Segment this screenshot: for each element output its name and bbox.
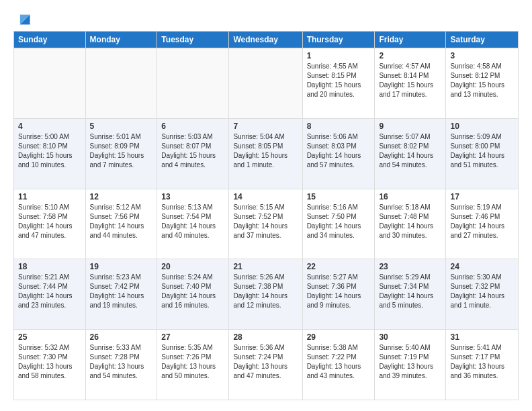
day-number: 4 <box>18 122 81 131</box>
day-cell <box>14 48 86 119</box>
day-cell: 29Sunrise: 5:38 AM Sunset: 7:22 PM Dayli… <box>302 330 375 400</box>
day-number: 8 <box>307 122 371 131</box>
day-info: Sunrise: 5:01 AM Sunset: 8:09 PM Dayligh… <box>90 132 153 170</box>
day-cell: 8Sunrise: 5:06 AM Sunset: 8:03 PM Daylig… <box>302 118 375 189</box>
day-number: 21 <box>233 262 298 271</box>
day-number: 22 <box>307 262 371 271</box>
day-info: Sunrise: 5:15 AM Sunset: 7:52 PM Dayligh… <box>233 203 298 240</box>
day-info: Sunrise: 5:32 AM Sunset: 7:30 PM Dayligh… <box>18 343 81 381</box>
day-header-saturday: Saturday <box>446 32 519 48</box>
day-header-monday: Monday <box>85 32 157 48</box>
day-cell: 12Sunrise: 5:12 AM Sunset: 7:56 PM Dayli… <box>85 189 157 259</box>
day-number: 19 <box>90 262 153 271</box>
day-info: Sunrise: 5:21 AM Sunset: 7:44 PM Dayligh… <box>18 273 81 310</box>
day-info: Sunrise: 4:55 AM Sunset: 8:15 PM Dayligh… <box>307 62 371 99</box>
day-number: 24 <box>450 262 514 271</box>
day-number: 17 <box>450 192 514 201</box>
day-number: 10 <box>450 122 514 131</box>
week-row-2: 4Sunrise: 5:00 AM Sunset: 8:10 PM Daylig… <box>14 118 519 189</box>
day-cell: 24Sunrise: 5:30 AM Sunset: 7:32 PM Dayli… <box>446 259 519 330</box>
day-number: 2 <box>379 51 441 60</box>
day-cell <box>157 48 229 119</box>
day-number: 25 <box>18 332 81 342</box>
logo-icon <box>16 11 31 26</box>
day-number: 23 <box>379 262 441 271</box>
day-cell: 1Sunrise: 4:55 AM Sunset: 8:15 PM Daylig… <box>302 48 375 119</box>
day-cell: 3Sunrise: 4:58 AM Sunset: 8:12 PM Daylig… <box>446 48 519 119</box>
day-cell: 5Sunrise: 5:01 AM Sunset: 8:09 PM Daylig… <box>85 118 157 189</box>
day-number: 9 <box>379 122 441 131</box>
day-info: Sunrise: 5:35 AM Sunset: 7:26 PM Dayligh… <box>161 343 224 381</box>
day-info: Sunrise: 5:12 AM Sunset: 7:56 PM Dayligh… <box>90 203 153 240</box>
day-info: Sunrise: 5:29 AM Sunset: 7:34 PM Dayligh… <box>379 273 441 310</box>
day-number: 11 <box>18 192 81 201</box>
day-number: 7 <box>233 122 298 131</box>
day-info: Sunrise: 5:24 AM Sunset: 7:40 PM Dayligh… <box>161 273 224 310</box>
day-number: 29 <box>307 332 371 342</box>
day-info: Sunrise: 5:38 AM Sunset: 7:22 PM Dayligh… <box>307 343 371 381</box>
day-info: Sunrise: 5:23 AM Sunset: 7:42 PM Dayligh… <box>90 273 153 310</box>
day-cell: 28Sunrise: 5:36 AM Sunset: 7:24 PM Dayli… <box>229 330 302 400</box>
day-number: 1 <box>307 51 371 60</box>
day-header-wednesday: Wednesday <box>229 32 302 48</box>
logo <box>13 11 31 26</box>
day-cell: 16Sunrise: 5:18 AM Sunset: 7:48 PM Dayli… <box>375 189 446 259</box>
day-header-sunday: Sunday <box>14 32 86 48</box>
day-info: Sunrise: 5:03 AM Sunset: 8:07 PM Dayligh… <box>161 132 224 170</box>
day-info: Sunrise: 5:06 AM Sunset: 8:03 PM Dayligh… <box>307 132 371 170</box>
day-number: 6 <box>161 122 224 131</box>
day-number: 20 <box>161 262 224 271</box>
day-info: Sunrise: 5:30 AM Sunset: 7:32 PM Dayligh… <box>450 273 514 310</box>
day-number: 13 <box>161 192 224 201</box>
day-cell: 19Sunrise: 5:23 AM Sunset: 7:42 PM Dayli… <box>85 259 157 330</box>
day-info: Sunrise: 5:41 AM Sunset: 7:17 PM Dayligh… <box>450 343 514 381</box>
day-info: Sunrise: 5:13 AM Sunset: 7:54 PM Dayligh… <box>161 203 224 240</box>
day-info: Sunrise: 4:57 AM Sunset: 8:14 PM Dayligh… <box>379 62 441 99</box>
page: SundayMondayTuesdayWednesdayThursdayFrid… <box>0 0 532 411</box>
day-cell: 22Sunrise: 5:27 AM Sunset: 7:36 PM Dayli… <box>302 259 375 330</box>
day-info: Sunrise: 4:58 AM Sunset: 8:12 PM Dayligh… <box>450 62 514 99</box>
day-header-tuesday: Tuesday <box>157 32 229 48</box>
day-cell: 10Sunrise: 5:09 AM Sunset: 8:00 PM Dayli… <box>446 118 519 189</box>
day-cell: 31Sunrise: 5:41 AM Sunset: 7:17 PM Dayli… <box>446 330 519 400</box>
day-cell: 25Sunrise: 5:32 AM Sunset: 7:30 PM Dayli… <box>14 330 86 400</box>
day-cell: 20Sunrise: 5:24 AM Sunset: 7:40 PM Dayli… <box>157 259 229 330</box>
day-info: Sunrise: 5:27 AM Sunset: 7:36 PM Dayligh… <box>307 273 371 310</box>
calendar-table: SundayMondayTuesdayWednesdayThursdayFrid… <box>13 31 519 400</box>
day-info: Sunrise: 5:04 AM Sunset: 8:05 PM Dayligh… <box>233 132 298 170</box>
day-info: Sunrise: 5:33 AM Sunset: 7:28 PM Dayligh… <box>90 343 153 381</box>
week-row-1: 1Sunrise: 4:55 AM Sunset: 8:15 PM Daylig… <box>14 48 519 119</box>
day-info: Sunrise: 5:16 AM Sunset: 7:50 PM Dayligh… <box>307 203 371 240</box>
week-row-3: 11Sunrise: 5:10 AM Sunset: 7:58 PM Dayli… <box>14 189 519 259</box>
day-number: 16 <box>379 192 441 201</box>
day-info: Sunrise: 5:26 AM Sunset: 7:38 PM Dayligh… <box>233 273 298 310</box>
day-cell: 13Sunrise: 5:13 AM Sunset: 7:54 PM Dayli… <box>157 189 229 259</box>
day-number: 5 <box>90 122 153 131</box>
day-info: Sunrise: 5:36 AM Sunset: 7:24 PM Dayligh… <box>233 343 298 381</box>
week-row-4: 18Sunrise: 5:21 AM Sunset: 7:44 PM Dayli… <box>14 259 519 330</box>
day-cell: 15Sunrise: 5:16 AM Sunset: 7:50 PM Dayli… <box>302 189 375 259</box>
day-cell: 26Sunrise: 5:33 AM Sunset: 7:28 PM Dayli… <box>85 330 157 400</box>
day-number: 28 <box>233 332 298 342</box>
day-number: 31 <box>450 332 514 342</box>
day-header-friday: Friday <box>375 32 446 48</box>
week-row-5: 25Sunrise: 5:32 AM Sunset: 7:30 PM Dayli… <box>14 330 519 400</box>
day-info: Sunrise: 5:09 AM Sunset: 8:00 PM Dayligh… <box>450 132 514 170</box>
day-number: 18 <box>18 262 81 271</box>
day-info: Sunrise: 5:19 AM Sunset: 7:46 PM Dayligh… <box>450 203 514 240</box>
day-cell: 18Sunrise: 5:21 AM Sunset: 7:44 PM Dayli… <box>14 259 86 330</box>
day-cell <box>229 48 302 119</box>
header-row: SundayMondayTuesdayWednesdayThursdayFrid… <box>14 32 519 48</box>
header <box>13 11 519 26</box>
day-cell: 30Sunrise: 5:40 AM Sunset: 7:19 PM Dayli… <box>375 330 446 400</box>
day-number: 30 <box>379 332 441 342</box>
day-info: Sunrise: 5:10 AM Sunset: 7:58 PM Dayligh… <box>18 203 81 240</box>
day-cell: 9Sunrise: 5:07 AM Sunset: 8:02 PM Daylig… <box>375 118 446 189</box>
day-info: Sunrise: 5:07 AM Sunset: 8:02 PM Dayligh… <box>379 132 441 170</box>
day-number: 27 <box>161 332 224 342</box>
day-header-thursday: Thursday <box>302 32 375 48</box>
day-number: 26 <box>90 332 153 342</box>
day-cell: 17Sunrise: 5:19 AM Sunset: 7:46 PM Dayli… <box>446 189 519 259</box>
day-number: 14 <box>233 192 298 201</box>
day-number: 3 <box>450 51 514 60</box>
